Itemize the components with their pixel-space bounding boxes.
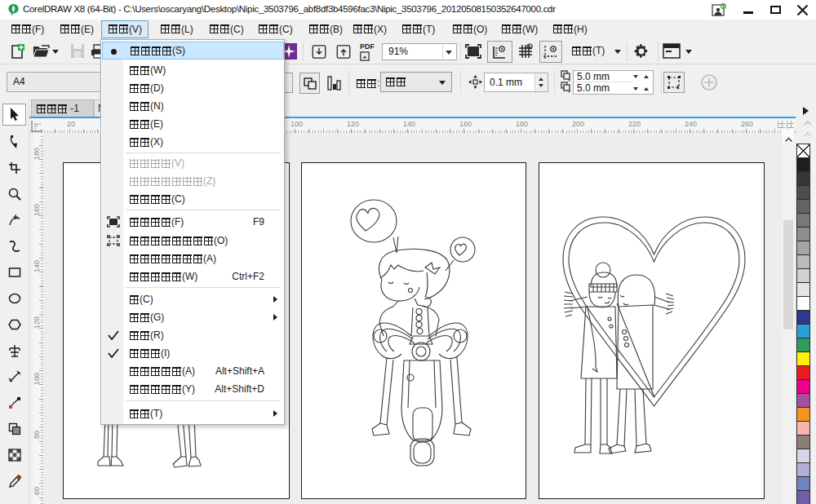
svg-text:y: y [568, 89, 570, 93]
